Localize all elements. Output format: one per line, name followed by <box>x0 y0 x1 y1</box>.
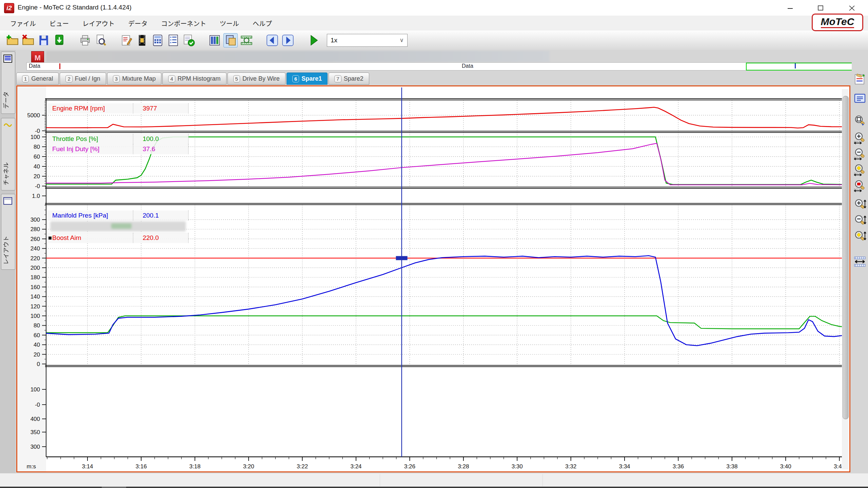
svg-text:3:32: 3:32 <box>565 463 576 470</box>
tab-general[interactable]: 1General <box>16 73 59 85</box>
menu-item-2[interactable]: レイアウト <box>76 17 121 30</box>
svg-text:3:30: 3:30 <box>512 463 523 470</box>
play-icon[interactable] <box>307 34 320 47</box>
svg-text:3:20: 3:20 <box>243 463 254 470</box>
legend-cursor-value: 3977 <box>133 103 189 114</box>
menu-item-5[interactable]: ツール <box>213 17 246 30</box>
time-graph-component[interactable]: 5000-010080604020-01.0300280260240220200… <box>16 85 850 472</box>
overview-cursor <box>795 63 796 68</box>
video-icon[interactable] <box>135 34 149 47</box>
edit-details-icon[interactable] <box>120 34 133 47</box>
motec-logo: MoTeC <box>812 14 863 31</box>
data-table-icon <box>3 55 12 63</box>
tab-mixture-map[interactable]: 3Mixture Map <box>107 73 161 85</box>
chevron-down-icon: ∨ <box>400 34 404 46</box>
maths-icon[interactable] <box>151 34 164 47</box>
tab-label: Drive By Wire <box>242 75 280 82</box>
svg-text:300: 300 <box>31 444 40 450</box>
side-tab-0[interactable]: データ <box>1 52 15 114</box>
legend-channel-name: Fuel Inj Duty [%] <box>47 144 133 154</box>
menu-item-3[interactable]: データ <box>121 17 154 30</box>
tile-windows-icon[interactable] <box>208 34 221 47</box>
tab-spare2[interactable]: 7Spare2 <box>329 73 369 85</box>
print-preview-icon[interactable] <box>94 34 107 47</box>
svg-text:160: 160 <box>31 284 40 290</box>
tab-fuel-ign[interactable]: 2Fuel / Ign <box>60 73 106 85</box>
scrollbar-thumb[interactable] <box>843 96 849 419</box>
menu-item-0[interactable]: ファイル <box>3 17 43 30</box>
side-tab-label: チャネル <box>1 162 15 185</box>
tab-spare1[interactable]: 6Spare1 <box>287 73 328 85</box>
export-icon[interactable] <box>53 34 66 47</box>
legend-manifold-pres-kpa-[interactable]: Manifold Pres [kPa]200.1 <box>47 210 189 221</box>
svg-text:300: 300 <box>31 217 40 223</box>
menubar: ファイルビューレイアウトデータコンポーネントツールヘルプ <box>0 16 868 30</box>
delete-worksheet-icon[interactable] <box>21 34 35 47</box>
tab-label: Spare2 <box>344 75 363 82</box>
legend-fuel-inj-duty-[interactable]: Fuel Inj Duty [%]37.6 <box>47 144 189 154</box>
zoom-box-icon[interactable] <box>853 114 867 128</box>
zoom-full-time-icon[interactable] <box>853 163 867 177</box>
tab-drive-by-wire[interactable]: 5Drive By Wire <box>228 73 285 85</box>
playback-speed-select[interactable]: 1x∨ <box>327 34 408 47</box>
svg-text:-0: -0 <box>35 128 40 134</box>
zoom-selection-icon[interactable] <box>853 179 867 192</box>
menu-item-6[interactable]: ヘルプ <box>246 17 279 30</box>
legend-cursor-value: 100.0 <box>133 134 189 144</box>
new-worksheet-icon[interactable] <box>6 34 19 47</box>
minimize-button[interactable] <box>781 4 800 12</box>
nav-back-icon[interactable] <box>265 34 279 47</box>
zoom-full-value-icon[interactable] <box>853 230 867 243</box>
svg-text:3:36: 3:36 <box>673 463 684 470</box>
svg-text:260: 260 <box>31 236 40 242</box>
nav-forward-icon[interactable] <box>281 34 295 47</box>
vertical-scrollbar[interactable] <box>842 89 849 469</box>
components-icon[interactable] <box>853 92 867 105</box>
overview-visible-range[interactable] <box>746 63 854 70</box>
tab-label: General <box>31 75 53 82</box>
side-tab-strip: データチャネルレイアウト <box>0 50 16 473</box>
legend-channel-name: Engine RPM [rpm] <box>47 103 133 114</box>
measure-icon[interactable] <box>240 34 253 47</box>
tab-number: 4 <box>168 75 175 82</box>
legend-throttle-pos-[interactable]: Throttle Pos [%]100.0 <box>47 134 189 144</box>
zoom-in-time-icon[interactable] <box>853 131 867 145</box>
worksheet-tabs: 1General2Fuel / Ign3Mixture Map4RPM Hist… <box>16 72 851 85</box>
zoom-out-time-icon[interactable] <box>853 147 867 161</box>
maximize-button[interactable] <box>811 4 830 12</box>
legend-channel-name: Boost Aim <box>47 233 133 243</box>
svg-text:80: 80 <box>34 322 40 329</box>
tab-number: 7 <box>334 75 341 82</box>
side-tab-2[interactable]: レイアウト <box>1 194 15 270</box>
channel-list-icon[interactable] <box>166 34 180 47</box>
side-tab-1[interactable]: チャネル <box>1 118 15 190</box>
statusbar <box>0 473 868 487</box>
svg-text:240: 240 <box>31 245 40 252</box>
pan-time-icon[interactable] <box>853 255 867 268</box>
application-window: i2 Engine - MoTeC i2 Standard (1.1.4.424… <box>0 0 868 488</box>
print-icon[interactable] <box>78 34 92 47</box>
close-button[interactable] <box>842 4 861 12</box>
svg-text:20: 20 <box>34 351 40 358</box>
tab-number: 6 <box>292 75 299 82</box>
svg-text:3:34: 3:34 <box>619 463 630 470</box>
legend-cursor-value: 200.1 <box>133 210 189 221</box>
legend-bullet <box>48 237 52 240</box>
zoom-out-value-icon[interactable] <box>853 214 867 227</box>
tab-number: 1 <box>22 75 29 82</box>
toolbar: 1x∨ <box>0 30 868 50</box>
legend-engine-rpm-rpm-[interactable]: Engine RPM [rpm]3977 <box>47 103 189 114</box>
worksheet-properties-icon[interactable] <box>853 73 867 86</box>
menu-item-4[interactable]: コンポーネント <box>154 17 213 30</box>
overlap-windows-icon[interactable] <box>223 33 238 47</box>
svg-text:5000: 5000 <box>27 112 40 119</box>
svg-text:100: 100 <box>31 313 40 319</box>
legend-boost-aim[interactable]: Boost Aim220.0 <box>47 233 189 243</box>
data-verify-icon[interactable] <box>182 34 196 47</box>
save-icon[interactable] <box>37 34 51 47</box>
data-overview-bar[interactable]: Data Data <box>26 62 856 70</box>
tab-label: RPM Histogram <box>178 75 221 82</box>
menu-item-1[interactable]: ビュー <box>43 17 76 30</box>
tab-rpm-histogram[interactable]: 4RPM Histogram <box>162 73 226 85</box>
zoom-in-value-icon[interactable] <box>853 198 867 211</box>
